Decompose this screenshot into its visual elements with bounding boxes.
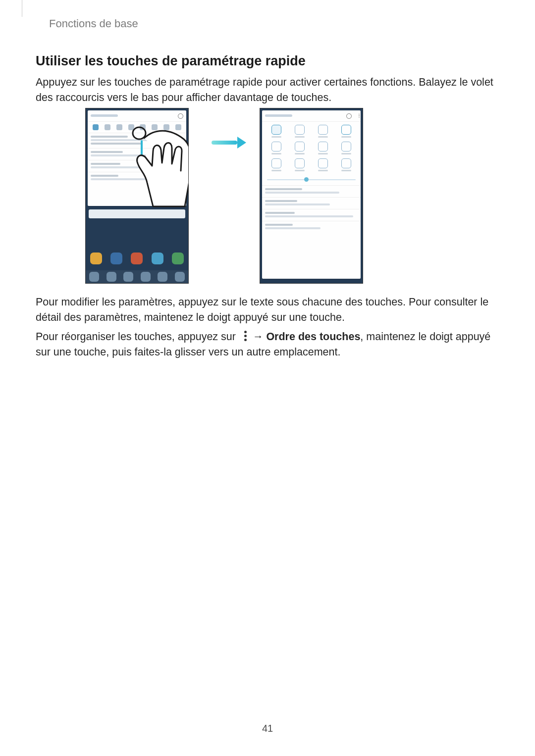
quick-settings-figure [85,108,450,285]
breadcrumb: Fonctions de base [49,17,138,30]
bluetooth-icon [116,124,122,130]
manual-page: Fonctions de base Utiliser les touches d… [0,0,535,756]
notification-panel [88,110,186,206]
swipe-down-arrow-icon [138,140,145,170]
screenshot-expanded [260,108,363,284]
quick-settings-grid [262,122,361,175]
airplane-icon [152,124,158,130]
page-edge-tick [22,0,22,17]
reorder-text-pre: Pour réorganiser les touches, appuyez su… [36,331,239,343]
page-number: 41 [0,723,535,734]
wifi-icon [93,124,99,130]
more-vertical-icon [359,113,360,118]
location-icon [140,124,146,130]
search-bar [89,209,185,218]
more-vertical-icon [242,331,249,342]
gear-icon [346,113,352,119]
section-title: Utiliser les touches de paramétrage rapi… [36,53,306,69]
after-figure-paragraph: Pour modifier les paramètres, appuyez su… [36,295,499,325]
screenshot-collapsed [85,108,189,284]
sound-icon [105,124,110,130]
sync-icon [175,124,181,130]
intro-paragraph: Appuyez sur les touches de paramétrage r… [36,75,499,105]
brightness-slider [267,179,356,180]
reorder-arrow-text: → [250,331,266,343]
reorder-bold-label: Ordre des touches [266,331,360,343]
quick-settings-row [88,122,186,133]
expanded-panel [262,110,361,279]
gear-icon [178,113,183,119]
home-row [86,249,188,268]
rotate-icon [128,124,134,130]
reorder-paragraph: Pour réorganiser les touches, appuyez su… [36,329,499,360]
transition-arrow-icon [212,137,246,149]
flashlight-icon [163,124,169,130]
dock [86,270,188,283]
